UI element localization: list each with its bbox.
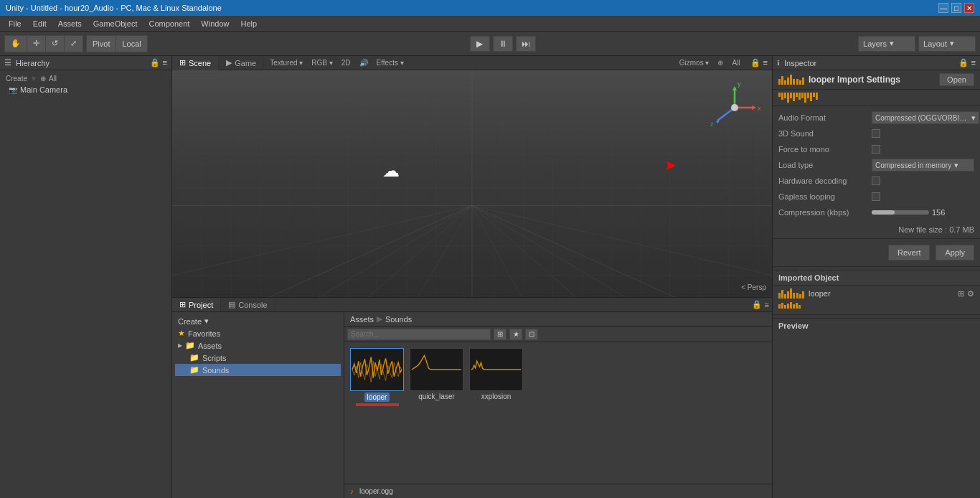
revert-button[interactable]: Revert bbox=[888, 245, 930, 260]
scale-tool[interactable]: ⤢ bbox=[65, 36, 83, 52]
project-icon: ⊞ bbox=[179, 300, 186, 309]
scene-view[interactable]: ☁ ➤ x y z bbox=[172, 70, 772, 297]
hierarchy-menu-icon[interactable]: ≡ bbox=[163, 58, 167, 67]
hierarchy-content: Create ▼ ⊕ All 📷 Main Camera bbox=[0, 70, 171, 498]
gizmos-dropdown[interactable]: Gizmos ▾ bbox=[677, 58, 712, 67]
tab-console[interactable]: ▤ Console bbox=[221, 298, 275, 311]
tree-create[interactable]: Create ▾ bbox=[175, 315, 341, 327]
asset-browser: Assets ▶ Sounds ⊞ ★ ⊡ bbox=[344, 312, 772, 498]
layout-arrow-icon: ▾ bbox=[950, 39, 954, 48]
breadcrumb-sounds[interactable]: Sounds bbox=[385, 315, 412, 324]
pivot-button[interactable]: Pivot bbox=[87, 36, 116, 52]
inspector-lock-icon[interactable]: 🔒 bbox=[958, 58, 969, 67]
color-mode-dropdown[interactable]: RGB ▾ bbox=[308, 58, 335, 67]
scene-search-icon[interactable]: ⊕ bbox=[715, 58, 726, 67]
size-label[interactable]: 2D bbox=[339, 58, 354, 67]
move-tool[interactable]: ✛ bbox=[27, 36, 46, 52]
scene-menu-icon[interactable]: ≡ bbox=[763, 58, 768, 67]
gapless-looping-checkbox[interactable] bbox=[872, 192, 880, 201]
hardware-decoding-checkbox[interactable] bbox=[872, 177, 880, 185]
menu-gameobject[interactable]: GameObject bbox=[88, 18, 143, 29]
preview-title: Preview bbox=[778, 321, 974, 330]
audio-format-label: Audio Format bbox=[778, 113, 872, 122]
menu-help[interactable]: Help bbox=[235, 18, 263, 29]
tab-project[interactable]: ⊞ Project bbox=[172, 298, 221, 311]
asset-item-quick-laser[interactable]: quick_laser bbox=[410, 348, 463, 406]
imported-object-btn1[interactable]: ⊞ bbox=[958, 289, 964, 299]
assets-folder-icon: 📁 bbox=[185, 341, 195, 350]
open-button[interactable]: Open bbox=[939, 73, 974, 86]
tab-scene[interactable]: ⊞ Scene bbox=[172, 56, 219, 70]
audio-preview-waveform bbox=[773, 90, 980, 106]
maximize-button[interactable]: □ bbox=[951, 3, 961, 13]
force-mono-checkbox[interactable] bbox=[872, 145, 880, 154]
bottom-lock-icon[interactable]: 🔒 bbox=[752, 300, 762, 309]
titlebar-controls: — □ ✕ bbox=[938, 3, 974, 13]
step-button[interactable]: ⏭ bbox=[516, 36, 536, 52]
apply-button[interactable]: Apply bbox=[936, 245, 974, 260]
layers-label: Layers bbox=[863, 39, 887, 48]
tab-game[interactable]: ▶ Game bbox=[219, 56, 264, 70]
inspector-header: ℹ Inspector 🔒 ≡ bbox=[773, 56, 980, 70]
tree-sounds[interactable]: 📁 Sounds bbox=[175, 364, 341, 376]
tree-scripts[interactable]: 📁 Scripts bbox=[175, 352, 341, 364]
compression-slider[interactable] bbox=[872, 210, 929, 215]
local-button[interactable]: Local bbox=[116, 36, 146, 52]
inspector-menu-icon[interactable]: ≡ bbox=[971, 58, 976, 67]
compression-label: Compression (kbps) bbox=[778, 208, 872, 217]
pause-button[interactable]: ⏸ bbox=[493, 36, 513, 52]
layers-dropdown[interactable]: Layers ▾ bbox=[858, 36, 915, 52]
scene-arrow-indicator: ➤ bbox=[664, 156, 677, 174]
transform-tools: ✋ ✛ ↺ ⤢ bbox=[4, 35, 83, 52]
hierarchy-lock-icon[interactable]: 🔒 bbox=[150, 58, 160, 67]
hardware-decoding-label: Hardware decoding bbox=[778, 177, 872, 185]
menu-window[interactable]: Window bbox=[195, 18, 235, 29]
bottom-menu-icon[interactable]: ≡ bbox=[765, 301, 769, 309]
hierarchy-create-btn[interactable]: Create bbox=[6, 75, 27, 83]
menu-edit[interactable]: Edit bbox=[27, 18, 52, 29]
audio-format-dropdown[interactable]: Compressed (OGGVORBIs... ▾ bbox=[872, 111, 979, 124]
load-type-label: Load type bbox=[778, 161, 872, 169]
asset-thumb-xxplosion[interactable] bbox=[469, 348, 523, 391]
asset-view-btn2[interactable]: ★ bbox=[509, 329, 522, 340]
gapless-looping-row: Gapless looping bbox=[778, 189, 974, 204]
menu-file[interactable]: File bbox=[3, 18, 27, 29]
svg-point-22 bbox=[731, 104, 738, 111]
game-tab-label: Game bbox=[235, 59, 256, 67]
imported-object-item: looper ⊞ ⚙ bbox=[773, 286, 980, 301]
scene-gizmo[interactable]: x y z bbox=[706, 79, 763, 136]
scene-lock-icon[interactable]: 🔒 bbox=[750, 58, 760, 67]
gapless-looping-label: Gapless looping bbox=[778, 192, 872, 201]
hierarchy-item-camera[interactable]: 📷 Main Camera bbox=[3, 84, 169, 95]
breadcrumb-assets[interactable]: Assets bbox=[350, 315, 374, 324]
layout-dropdown[interactable]: Layout ▾ bbox=[918, 36, 976, 52]
asset-view-btn3[interactable]: ⊡ bbox=[525, 329, 538, 340]
tree-assets[interactable]: ▶ 📁 Assets bbox=[175, 339, 341, 352]
asset-item-xxplosion[interactable]: xxplosion bbox=[469, 348, 523, 406]
scene-cloud-object[interactable]: ☁ bbox=[382, 161, 400, 181]
minimize-button[interactable]: — bbox=[938, 3, 948, 13]
menu-component[interactable]: Component bbox=[143, 18, 195, 29]
close-button[interactable]: ✕ bbox=[964, 3, 974, 13]
asset-item-looper[interactable]: looper bbox=[350, 348, 404, 406]
layout-label: Layout bbox=[923, 39, 947, 48]
rotate-tool[interactable]: ↺ bbox=[46, 36, 65, 52]
asset-search-input[interactable] bbox=[347, 329, 491, 340]
play-button[interactable]: ▶ bbox=[470, 36, 490, 52]
color-mode-label: RGB bbox=[311, 59, 327, 67]
main-area: ☰ Hierarchy 🔒 ≡ Create ▼ ⊕ All 📷 Main Ca… bbox=[0, 56, 980, 498]
asset-thumb-looper[interactable] bbox=[350, 348, 404, 391]
hand-tool[interactable]: ✋ bbox=[5, 36, 27, 52]
asset-view-btn1[interactable]: ⊞ bbox=[494, 329, 507, 340]
imported-object-btn2[interactable]: ⚙ bbox=[967, 289, 974, 299]
asset-thumb-quick-laser[interactable] bbox=[410, 348, 463, 391]
sound-3d-checkbox[interactable] bbox=[872, 129, 880, 138]
effects-dropdown[interactable]: Effects ▾ bbox=[374, 58, 407, 67]
load-type-dropdown[interactable]: Compressed in memory ▾ bbox=[872, 159, 974, 172]
hierarchy-item-camera-label: Main Camera bbox=[20, 85, 67, 94]
looper-waveform bbox=[351, 348, 403, 391]
scene-icon: ⊞ bbox=[179, 58, 186, 67]
view-mode-dropdown[interactable]: Textured ▾ bbox=[267, 58, 306, 67]
tree-favorites[interactable]: ★ Favorites bbox=[175, 327, 341, 339]
menu-assets[interactable]: Assets bbox=[52, 18, 88, 29]
